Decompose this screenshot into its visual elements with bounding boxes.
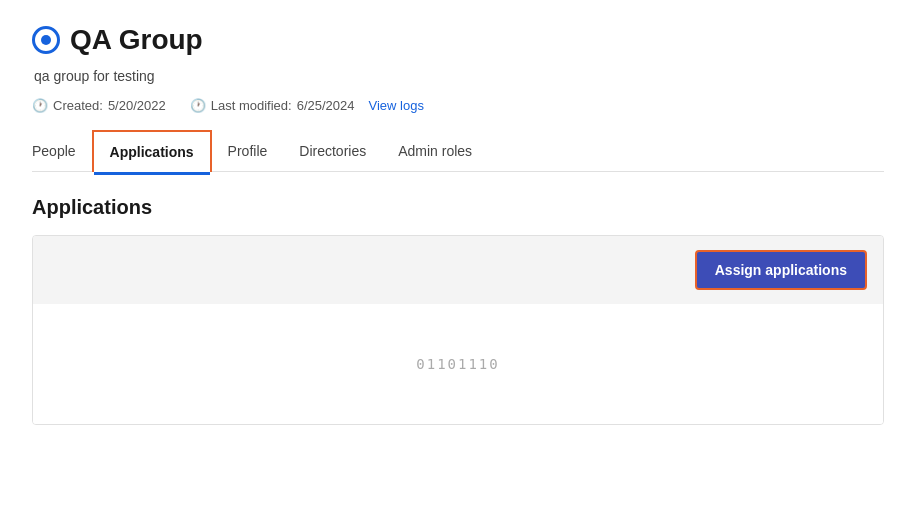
- page-container: QA Group qa group for testing 🕐 Created:…: [0, 0, 916, 449]
- tab-people[interactable]: People: [32, 131, 92, 171]
- tab-directories[interactable]: Directories: [283, 131, 382, 171]
- meta-row: 🕐 Created: 5/20/2022 🕐 Last modified: 6/…: [32, 98, 884, 113]
- created-meta: 🕐 Created: 5/20/2022: [32, 98, 166, 113]
- clock-icon-modified: 🕐: [190, 98, 206, 113]
- okta-icon: [32, 26, 60, 54]
- empty-state-binary: 01101110: [416, 356, 499, 372]
- applications-section-title: Applications: [32, 196, 884, 219]
- modified-meta: 🕐 Last modified: 6/25/2024: [190, 98, 355, 113]
- title-row: QA Group: [32, 24, 884, 56]
- group-description: qa group for testing: [34, 68, 884, 84]
- applications-content-area: Assign applications 01101110: [32, 235, 884, 425]
- tab-profile[interactable]: Profile: [212, 131, 284, 171]
- tab-applications[interactable]: Applications: [92, 130, 212, 172]
- view-logs-link[interactable]: View logs: [369, 98, 424, 113]
- header-section: QA Group qa group for testing 🕐 Created:…: [32, 24, 884, 113]
- tabs-container: People Applications Profile Directories …: [32, 129, 884, 172]
- tab-admin-roles[interactable]: Admin roles: [382, 131, 488, 171]
- created-date: 5/20/2022: [108, 98, 166, 113]
- modified-label: Last modified:: [211, 98, 292, 113]
- applications-empty-area: 01101110: [33, 304, 883, 424]
- okta-icon-inner: [41, 35, 51, 45]
- applications-toolbar: Assign applications: [33, 236, 883, 304]
- page-title: QA Group: [70, 24, 203, 56]
- clock-icon-created: 🕐: [32, 98, 48, 113]
- created-label: Created:: [53, 98, 103, 113]
- modified-date: 6/25/2024: [297, 98, 355, 113]
- assign-applications-button[interactable]: Assign applications: [695, 250, 867, 290]
